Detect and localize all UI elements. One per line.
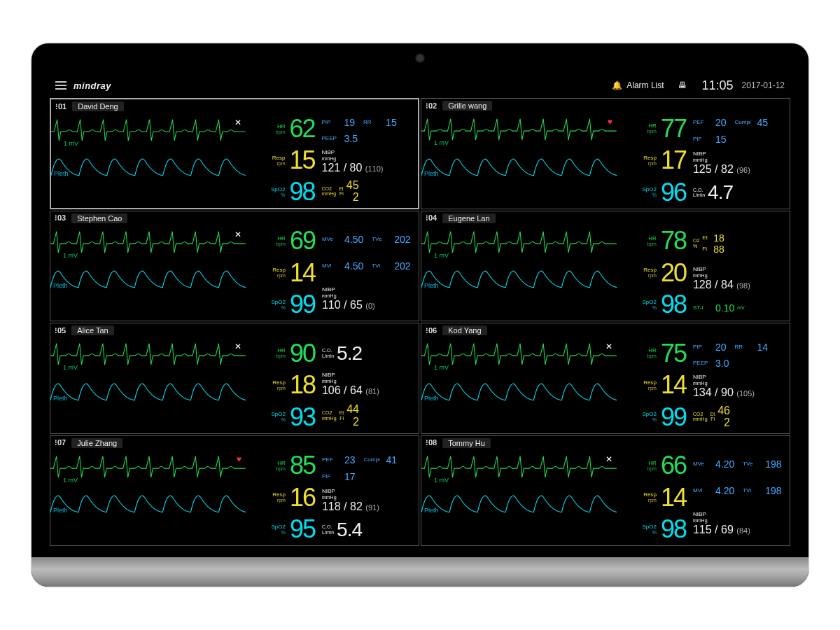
hr-row[interactable]: HRbpm 90 bbox=[246, 341, 315, 366]
patient-cell-07[interactable]: ⁝07 Julie Zhang ♥ 1 mV Pleth HRbpm 85 Re… bbox=[50, 435, 419, 547]
ecg-wave bbox=[421, 113, 617, 151]
patient-name[interactable]: Stephen Cao bbox=[71, 214, 127, 223]
patient-name[interactable]: Tommy Hu bbox=[442, 438, 491, 448]
resp-value: 16 bbox=[290, 485, 315, 510]
resp-row[interactable]: Resprpm 15 bbox=[246, 148, 315, 173]
nibp-block: NIBPmmHg 128 / 84 (98) bbox=[693, 266, 787, 291]
menu-icon[interactable] bbox=[55, 81, 66, 90]
vitals-numbers: HRbpm 62 Resprpm 15 SpO2% 98 bbox=[246, 113, 319, 208]
cell-body: ✕ 1 mV Pleth HRbpm 75 Resprpm 14 SpO2% 9… bbox=[421, 337, 790, 433]
bed-number: ⁝01 bbox=[55, 102, 66, 111]
cell-header: ⁝06 Kod Yang bbox=[421, 323, 790, 337]
cell-header: ⁝03 Stephen Cao bbox=[50, 211, 419, 225]
patient-cell-01[interactable]: ⁝01 David Deng ✕ 1 mV Pleth HRbpm 62 Res… bbox=[50, 98, 419, 209]
patient-name[interactable]: David Deng bbox=[72, 102, 123, 111]
hr-value: 66 bbox=[661, 453, 686, 478]
hr-row[interactable]: HRbpm 75 bbox=[617, 341, 686, 366]
bed-number: ⁝05 bbox=[55, 326, 66, 335]
patient-cell-02[interactable]: ⁝02 Grille wang ♥ 1 mV Pleth HRbpm 77 Re… bbox=[421, 98, 790, 209]
patient-name[interactable]: Julie Zhang bbox=[71, 438, 122, 448]
spo2-row[interactable]: SpO2% 96 bbox=[617, 180, 686, 205]
spo2-row[interactable]: SpO2% 98 bbox=[246, 179, 315, 204]
nibp-block: NIBPmmHg 110 / 65 (0) bbox=[322, 286, 416, 312]
extra-params: MVe4.20 TVe198MVi4.20 TVi198 NIBPmmHg 11… bbox=[690, 450, 790, 546]
spo2-row[interactable]: SpO2% 95 bbox=[246, 517, 315, 542]
ecg-wave bbox=[421, 450, 617, 489]
top-bar: mindray 🔔 Alarm List 🖶 11:05 2017-01-12 bbox=[48, 74, 792, 97]
hr-row[interactable]: HRbpm 66 bbox=[617, 453, 686, 478]
date: 2017-01-12 bbox=[742, 80, 785, 90]
patient-cell-05[interactable]: ⁝05 Alice Tan ✕ 1 mV Pleth HRbpm 90 Resp… bbox=[50, 323, 419, 434]
waveform-area[interactable]: ♥ 1 mV Pleth bbox=[421, 113, 617, 209]
cell-body: ✕ 1 mV Pleth HRbpm 90 Resprpm 18 SpO2% 9… bbox=[50, 337, 419, 433]
nibp-block: NIBPmmHg 134 / 90 (105) bbox=[693, 374, 787, 399]
ecg-scale-label: 1 mV bbox=[434, 477, 449, 484]
hr-row[interactable]: HRbpm 62 bbox=[246, 116, 315, 141]
nibp-block: NIBPmmHg 115 / 69 (84) bbox=[693, 511, 787, 536]
waveform-area[interactable]: ✕ 1 mV Pleth bbox=[50, 337, 246, 433]
cell-header: ⁝05 Alice Tan bbox=[50, 323, 419, 337]
patient-cell-04[interactable]: ⁝04 Eugene Lan 1 mV Pleth HRbpm 78 Respr… bbox=[421, 211, 790, 322]
clock: 11:05 bbox=[702, 78, 734, 93]
waveform-area[interactable]: 1 mV Pleth bbox=[421, 225, 617, 321]
extra-params: PEF20 Compl45PIF15 NIBPmmHg 125 / 82 (96… bbox=[690, 113, 790, 209]
alarm-list-button[interactable]: 🔔 Alarm List bbox=[612, 80, 664, 90]
hr-row[interactable]: HRbpm 78 bbox=[617, 228, 686, 253]
ecg-wave bbox=[51, 113, 246, 151]
bed-number: ⁝08 bbox=[426, 438, 437, 447]
bed-number: ⁝04 bbox=[426, 214, 437, 223]
resp-row[interactable]: Resprpm 14 bbox=[617, 485, 686, 510]
hr-row[interactable]: HRbpm 69 bbox=[246, 228, 315, 253]
cell-body: ✕ 1 mV Pleth HRbpm 62 Resprpm 15 SpO2% 9… bbox=[51, 113, 418, 208]
hr-value: 62 bbox=[289, 116, 314, 141]
print-button[interactable]: 🖶 bbox=[678, 80, 687, 90]
spo2-value: 98 bbox=[661, 292, 686, 317]
bed-number: ⁝03 bbox=[55, 214, 66, 223]
pleth-wave bbox=[421, 488, 617, 531]
ecg-wave bbox=[421, 337, 617, 376]
patient-name[interactable]: Kod Yang bbox=[442, 326, 486, 335]
vitals-numbers: HRbpm 69 Resprpm 14 SpO2% 99 bbox=[246, 225, 319, 321]
vitals-numbers: HRbpm 77 Resprpm 17 SpO2% 96 bbox=[617, 113, 690, 209]
waveform-area[interactable]: ♥ 1 mV Pleth bbox=[50, 450, 246, 546]
spo2-row[interactable]: SpO2% 99 bbox=[246, 292, 315, 317]
extra-params: PIP20 RR14PEEP3.0 NIBPmmHg 134 / 90 (105… bbox=[690, 337, 790, 433]
spo2-row[interactable]: SpO2% 93 bbox=[246, 405, 315, 430]
ecg-wave bbox=[421, 225, 617, 264]
resp-row[interactable]: Resprpm 18 bbox=[246, 372, 315, 398]
resp-row[interactable]: Resprpm 20 bbox=[617, 260, 686, 286]
ecg-scale-label: 1 mV bbox=[434, 252, 449, 259]
vitals-numbers: HRbpm 78 Resprpm 20 SpO2% 98 bbox=[617, 225, 690, 321]
cell-body: ✕ 1 mV Pleth HRbpm 66 Resprpm 14 SpO2% 9… bbox=[421, 450, 790, 546]
spo2-row[interactable]: SpO2% 98 bbox=[617, 517, 686, 542]
waveform-area[interactable]: ✕ 1 mV Pleth bbox=[50, 225, 246, 321]
spo2-value: 99 bbox=[290, 292, 315, 317]
spo2-row[interactable]: SpO2% 99 bbox=[617, 405, 686, 430]
waveform-area[interactable]: ✕ 1 mV Pleth bbox=[421, 450, 617, 546]
waveform-area[interactable]: ✕ 1 mV Pleth bbox=[51, 113, 246, 208]
waveform-area[interactable]: ✕ 1 mV Pleth bbox=[421, 337, 617, 433]
ecg-scale-label: 1 mV bbox=[64, 140, 78, 147]
resp-row[interactable]: Resprpm 17 bbox=[617, 148, 686, 173]
resp-row[interactable]: Resprpm 14 bbox=[246, 260, 315, 286]
patient-cell-06[interactable]: ⁝06 Kod Yang ✕ 1 mV Pleth HRbpm 75 Respr… bbox=[421, 323, 790, 434]
resp-value: 15 bbox=[289, 148, 314, 173]
spo2-row[interactable]: SpO2% 98 bbox=[617, 292, 686, 317]
resp-row[interactable]: Resprpm 14 bbox=[617, 372, 686, 398]
patient-cell-08[interactable]: ⁝08 Tommy Hu ✕ 1 mV Pleth HRbpm 66 Respr… bbox=[421, 435, 790, 547]
hr-row[interactable]: HRbpm 85 bbox=[246, 453, 315, 478]
cell-body: 1 mV Pleth HRbpm 78 Resprpm 20 SpO2% 98 … bbox=[421, 225, 790, 321]
hr-row[interactable]: HRbpm 77 bbox=[617, 116, 686, 141]
patient-name[interactable]: Eugene Lan bbox=[442, 214, 495, 223]
cell-header: ⁝04 Eugene Lan bbox=[421, 211, 790, 225]
alarm-list-label: Alarm List bbox=[626, 80, 664, 90]
patient-name[interactable]: Alice Tan bbox=[71, 326, 113, 335]
vitals-numbers: HRbpm 85 Resprpm 16 SpO2% 95 bbox=[246, 450, 319, 546]
resp-row[interactable]: Resprpm 16 bbox=[246, 485, 315, 510]
resp-value: 18 bbox=[290, 372, 315, 398]
resp-value: 14 bbox=[661, 372, 686, 398]
vitals-numbers: HRbpm 75 Resprpm 14 SpO2% 99 bbox=[617, 337, 690, 433]
cell-header: ⁝02 Grille wang bbox=[421, 99, 790, 113]
patient-cell-03[interactable]: ⁝03 Stephen Cao ✕ 1 mV Pleth HRbpm 69 Re… bbox=[50, 211, 419, 322]
patient-name[interactable]: Grille wang bbox=[442, 101, 492, 111]
